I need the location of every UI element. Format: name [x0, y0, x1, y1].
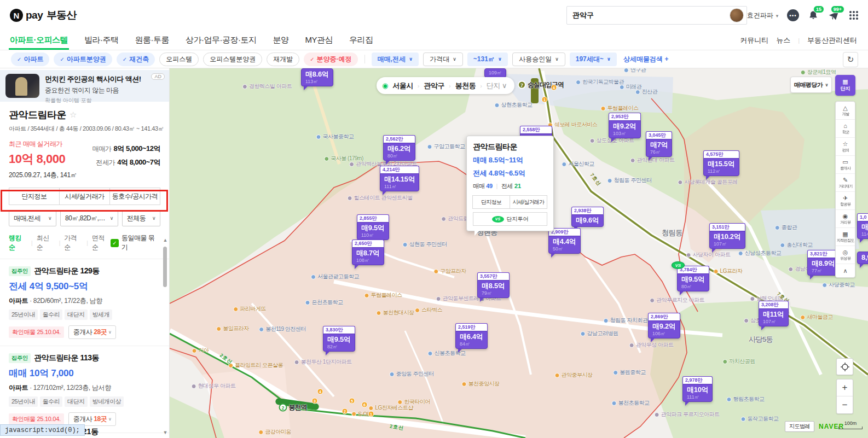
tooltip-price-button[interactable]: 시세/실거래가 — [510, 195, 547, 209]
listing-card[interactable]: 집주인관악드림타운 113동매매 10억 7,000아파트 · 127/102m… — [0, 346, 169, 433]
avatar[interactable] — [730, 8, 744, 22]
map-legend-button[interactable]: 지도범례 — [785, 421, 814, 432]
price-marker[interactable]: 2,855만매9.5억110㎡ — [357, 214, 389, 240]
apps-button[interactable] — [847, 9, 860, 22]
toolbar-pin[interactable]: ◉거리뷰 — [836, 210, 855, 228]
price-marker[interactable]: 3,821만매8.9억77㎡ — [807, 250, 840, 276]
price-marker[interactable]: 1,0매1114 — [857, 213, 868, 239]
filter-chip[interactable]: 가격대∨ — [423, 52, 463, 66]
toolbar-globe[interactable]: ◎위성뷰 — [836, 246, 855, 264]
price-marker[interactable]: 109㎡ — [484, 68, 506, 78]
price-marker[interactable]: 3,784만매9.5억80㎡VS — [677, 266, 709, 291]
toolbar-plane[interactable]: ✈항공뷰 — [836, 192, 855, 210]
search-input[interactable] — [572, 11, 732, 20]
price-marker[interactable]: 3,208만매11억107㎡ — [759, 301, 789, 326]
price-marker[interactable]: 2,938만매9.6억 — [571, 207, 604, 227]
nav-tab[interactable]: 아파트·오피스텔 — [10, 31, 68, 50]
sort-option[interactable]: 랭킹순 — [9, 233, 27, 252]
breadcrumb-item-last[interactable]: 단지 ∨ — [487, 81, 507, 91]
filter-chip[interactable]: 오피스텔 — [159, 52, 199, 66]
listing-filter-select[interactable]: 매매,전세∨ — [9, 210, 56, 226]
filter-chip[interactable]: 재개발 — [267, 52, 299, 66]
notification-button[interactable]: 15 — [807, 9, 820, 22]
filter-chip[interactable]: ~131㎡∨ — [467, 52, 508, 66]
map-canvas[interactable]: 경향렉스빌 아파트국사봉중학교국사봉 (179m)관악벽산블루밍 2차아파트힐스… — [170, 68, 868, 438]
price-marker[interactable]: 3,557만매8.5억79㎡ — [477, 272, 510, 298]
price-marker[interactable]: 2,519만매6.4억84㎡ — [455, 323, 488, 349]
zoom-out-button[interactable]: − — [837, 396, 853, 413]
toolbar-ruler[interactable]: ✎거리재기 — [836, 174, 855, 192]
nav-tab[interactable]: 우리집 — [349, 31, 373, 50]
nav-tab[interactable]: 상가·업무·공장·토지 — [186, 31, 257, 50]
filter-chip[interactable]: ✓재건축 — [117, 52, 155, 66]
nav-link[interactable]: 뉴스 — [776, 36, 790, 45]
complex-layer-button[interactable]: ▦ 단지 — [835, 75, 855, 96]
filter-chip[interactable]: 사용승인일∨ — [512, 52, 565, 66]
price-marker[interactable]: 2,909만매4.4억50㎡ — [548, 228, 581, 254]
breadcrumb-item[interactable]: 관악구 — [424, 81, 445, 91]
user-menu[interactable]: 효건파파 ▼ — [730, 8, 779, 22]
price-marker[interactable]: 2,869만매9.2억106㎡ — [648, 313, 680, 338]
price-marker[interactable]: 4,575만매15.5억112㎡ — [703, 150, 739, 176]
unit-price-dropdown[interactable]: 매매평당가∨ — [790, 77, 832, 93]
sort-option[interactable]: 면적순 — [92, 233, 111, 252]
toolbar-chat[interactable]: ▭중개사 — [836, 156, 855, 174]
naver-pay-logo[interactable]: N pay 부동산 — [10, 8, 76, 22]
listing-card[interactable]: 집주인관악드림타운 129동전세 4억 9,500~5억아파트 · 82D/60… — [0, 259, 169, 346]
price-marker[interactable]: 2,953만매9.2억103㎡ — [609, 113, 641, 138]
price-marker[interactable]: 3,830만매9.5억82㎡ — [323, 326, 355, 352]
complex-tab[interactable]: 동호수/공시가격 — [109, 188, 160, 205]
nav-tab[interactable]: MY관심 — [305, 31, 333, 50]
toolbar-doc-map[interactable]: ▦지적편집도 — [836, 228, 855, 246]
price-marker[interactable]: 3,045만매7억76㎡ — [646, 131, 672, 157]
refresh-button[interactable]: ↻ — [843, 52, 858, 67]
nav-tab[interactable]: 원룸·투룸 — [135, 31, 170, 50]
tooltip-tour-button[interactable]: VS 단지투어 — [473, 212, 547, 226]
price-marker[interactable]: 2,562만매6.2억80㎡ — [383, 135, 415, 161]
scroll-down-icon[interactable]: ▼ — [162, 429, 169, 436]
filter-chip[interactable]: 197세대~∨ — [570, 52, 617, 66]
complex-tab[interactable]: 단지정보 — [9, 188, 60, 205]
ad-banner[interactable]: 먼치킨 주인공의 핵사이다 액션! 중요한건 꺾이지 않는 마음 확률형 아이템… — [0, 70, 169, 102]
talk-button[interactable]: ••• — [786, 9, 800, 22]
toolbar-triangle[interactable]: △개발 — [836, 102, 855, 120]
zoom-in-button[interactable]: + — [837, 379, 853, 396]
scrollbar-thumb[interactable] — [163, 247, 167, 287]
nav-tab[interactable]: 빌라·주택 — [84, 31, 119, 50]
filter-chip[interactable]: ✓분양중·예정 — [304, 52, 357, 66]
sort-option[interactable]: 가격순 — [64, 233, 83, 252]
price-marker[interactable]: 4,214만매14.15억111㎡ — [380, 166, 419, 191]
nav-tab[interactable]: 분양 — [273, 31, 289, 50]
sidebar-scrollbar[interactable]: ▲ ▼ — [162, 232, 169, 438]
scroll-up-icon[interactable]: ▲ — [162, 237, 169, 243]
price-marker[interactable]: 2,978만매10억111㎡ — [682, 376, 713, 402]
price-marker[interactable]: 8,9 — [857, 252, 868, 264]
toolbar-star-circle[interactable]: ☆편의 — [836, 138, 855, 156]
agents-button[interactable]: 중개사28곳∨ — [68, 325, 117, 339]
filter-chip[interactable]: ✓아파트 — [11, 52, 49, 66]
filter-chip[interactable]: ✓아파트분양권 — [54, 52, 112, 66]
complex-tab[interactable]: 시세/실거래가 — [59, 188, 110, 205]
price-marker[interactable]: 3,151만매10.2억107㎡ — [709, 223, 745, 249]
header-search-box[interactable] — [566, 6, 747, 25]
sort-option[interactable]: 최신순 — [37, 233, 55, 252]
breadcrumb-item[interactable]: 봉천동 — [455, 81, 476, 91]
breadcrumb-item[interactable]: 서울시 — [392, 81, 413, 91]
price-marker[interactable]: 2,650만매8.7억108㎡ — [352, 240, 384, 265]
listing-filter-select[interactable]: 80㎡,82D㎡,…∨ — [60, 210, 118, 226]
region-breadcrumb[interactable]: ◉ 서울시›관악구›봉천동›단지 ∨ — [377, 77, 514, 94]
nav-link[interactable]: 커뮤니티 — [740, 36, 768, 45]
locate-button[interactable] — [836, 358, 853, 375]
filter-chip[interactable]: 상세매물검색 + — [621, 52, 670, 66]
toolbar-school[interactable]: ⌂학군 — [836, 120, 855, 138]
nav-link[interactable]: 부동산관리센터 — [807, 36, 857, 45]
mail-button[interactable]: 99+ — [827, 9, 840, 22]
listing-filter-select[interactable]: 전체동∨ — [122, 210, 160, 226]
filter-chip[interactable]: 매매,전세∨ — [372, 52, 419, 66]
same-listing-group-checkbox[interactable]: ✓ 동일매물 묶기 — [111, 233, 160, 252]
price-marker[interactable]: 매8.6억113㎡ — [301, 68, 333, 86]
favorite-star-icon[interactable]: ☆ — [70, 110, 77, 120]
filter-chip[interactable]: 오피스텔분양권 — [203, 52, 262, 66]
toolbar-chevron-up[interactable]: ∧ — [836, 264, 855, 277]
tooltip-info-button[interactable]: 단지정보 — [472, 195, 510, 209]
